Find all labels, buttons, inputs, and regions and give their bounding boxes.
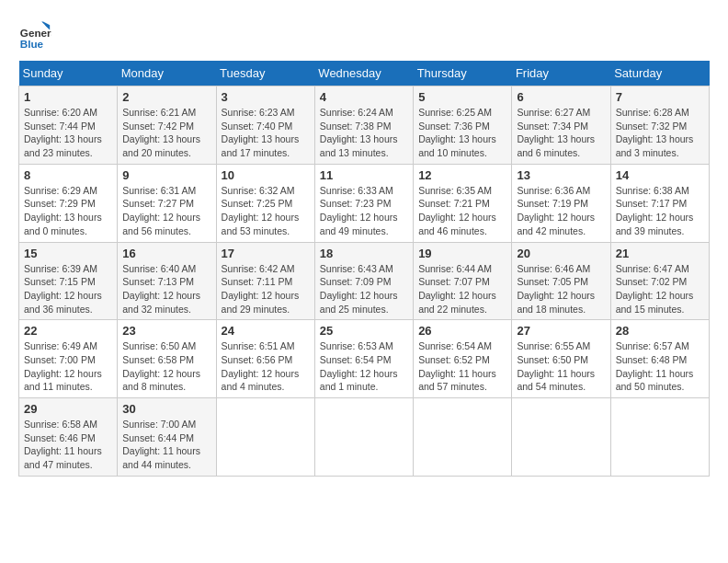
calendar-cell: 8 Sunrise: 6:29 AM Sunset: 7:29 PM Dayli… xyxy=(19,164,118,242)
calendar-cell: 22 Sunrise: 6:49 AM Sunset: 7:00 PM Dayl… xyxy=(19,320,118,398)
day-info: Sunrise: 6:33 AM Sunset: 7:23 PM Dayligh… xyxy=(320,184,408,238)
header-saturday: Saturday xyxy=(610,61,709,86)
calendar-cell: 18 Sunrise: 6:43 AM Sunset: 7:09 PM Dayl… xyxy=(314,242,413,320)
calendar-cell: 1 Sunrise: 6:20 AM Sunset: 7:44 PM Dayli… xyxy=(19,86,118,165)
day-info: Sunrise: 6:42 AM Sunset: 7:11 PM Dayligh… xyxy=(222,262,310,316)
calendar-cell xyxy=(314,398,413,477)
header-tuesday: Tuesday xyxy=(216,61,314,86)
header-monday: Monday xyxy=(118,61,216,86)
day-number: 17 xyxy=(222,247,310,260)
calendar-week-2: 8 Sunrise: 6:29 AM Sunset: 7:29 PM Dayli… xyxy=(19,164,710,242)
calendar-cell: 14 Sunrise: 6:38 AM Sunset: 7:17 PM Dayl… xyxy=(610,164,709,242)
day-number: 9 xyxy=(122,168,210,182)
day-info: Sunrise: 6:29 AM Sunset: 7:29 PM Dayligh… xyxy=(24,184,112,238)
calendar-cell: 9 Sunrise: 6:31 AM Sunset: 7:27 PM Dayli… xyxy=(118,164,216,242)
day-number: 24 xyxy=(222,324,310,338)
calendar-header-row: SundayMondayTuesdayWednesdayThursdayFrid… xyxy=(19,61,710,86)
day-info: Sunrise: 6:47 AM Sunset: 7:02 PM Dayligh… xyxy=(616,262,704,316)
calendar-week-1: 1 Sunrise: 6:20 AM Sunset: 7:44 PM Dayli… xyxy=(19,86,710,165)
calendar-cell: 19 Sunrise: 6:44 AM Sunset: 7:07 PM Dayl… xyxy=(414,242,512,320)
day-number: 5 xyxy=(418,90,506,104)
calendar-cell: 6 Sunrise: 6:27 AM Sunset: 7:34 PM Dayli… xyxy=(512,86,610,165)
day-info: Sunrise: 6:51 AM Sunset: 6:56 PM Dayligh… xyxy=(222,339,310,394)
day-info: Sunrise: 6:55 AM Sunset: 6:50 PM Dayligh… xyxy=(517,339,605,394)
calendar-cell xyxy=(512,398,610,477)
day-number: 8 xyxy=(24,168,112,182)
day-info: Sunrise: 6:31 AM Sunset: 7:27 PM Dayligh… xyxy=(122,184,210,238)
calendar-cell: 5 Sunrise: 6:25 AM Sunset: 7:36 PM Dayli… xyxy=(414,86,512,165)
calendar-cell xyxy=(216,398,314,477)
day-info: Sunrise: 6:25 AM Sunset: 7:36 PM Dayligh… xyxy=(418,106,506,160)
day-number: 7 xyxy=(616,90,704,104)
day-info: Sunrise: 6:21 AM Sunset: 7:42 PM Dayligh… xyxy=(122,106,210,160)
calendar-cell: 29 Sunrise: 6:58 AM Sunset: 6:46 PM Dayl… xyxy=(19,398,118,477)
calendar-cell: 13 Sunrise: 6:36 AM Sunset: 7:19 PM Dayl… xyxy=(512,164,610,242)
day-info: Sunrise: 6:28 AM Sunset: 7:32 PM Dayligh… xyxy=(616,106,704,160)
day-info: Sunrise: 6:54 AM Sunset: 6:52 PM Dayligh… xyxy=(418,339,506,394)
day-number: 11 xyxy=(320,168,408,182)
calendar-cell: 12 Sunrise: 6:35 AM Sunset: 7:21 PM Dayl… xyxy=(414,164,512,242)
calendar-cell: 26 Sunrise: 6:54 AM Sunset: 6:52 PM Dayl… xyxy=(414,320,512,398)
day-info: Sunrise: 6:53 AM Sunset: 6:54 PM Dayligh… xyxy=(320,339,408,394)
day-number: 10 xyxy=(222,168,310,182)
day-info: Sunrise: 6:20 AM Sunset: 7:44 PM Dayligh… xyxy=(24,106,112,160)
calendar-cell: 11 Sunrise: 6:33 AM Sunset: 7:23 PM Dayl… xyxy=(314,164,413,242)
day-number: 29 xyxy=(24,402,112,416)
day-info: Sunrise: 6:50 AM Sunset: 6:58 PM Dayligh… xyxy=(122,339,210,394)
calendar-cell: 20 Sunrise: 6:46 AM Sunset: 7:05 PM Dayl… xyxy=(512,242,610,320)
day-number: 26 xyxy=(418,324,506,338)
header-wednesday: Wednesday xyxy=(314,61,413,86)
calendar-cell: 21 Sunrise: 6:47 AM Sunset: 7:02 PM Dayl… xyxy=(610,242,709,320)
calendar-cell: 24 Sunrise: 6:51 AM Sunset: 6:56 PM Dayl… xyxy=(216,320,314,398)
logo: General Blue xyxy=(18,18,59,52)
calendar-cell: 10 Sunrise: 6:32 AM Sunset: 7:25 PM Dayl… xyxy=(216,164,314,242)
day-number: 28 xyxy=(616,324,704,338)
calendar-cell: 30 Sunrise: 7:00 AM Sunset: 6:44 PM Dayl… xyxy=(118,398,216,477)
header-sunday: Sunday xyxy=(19,61,118,86)
calendar-cell: 3 Sunrise: 6:23 AM Sunset: 7:40 PM Dayli… xyxy=(216,86,314,165)
day-number: 12 xyxy=(418,168,506,182)
day-number: 18 xyxy=(320,247,408,260)
calendar-week-4: 22 Sunrise: 6:49 AM Sunset: 7:00 PM Dayl… xyxy=(19,320,710,398)
day-info: Sunrise: 7:00 AM Sunset: 6:44 PM Dayligh… xyxy=(122,418,210,472)
day-info: Sunrise: 6:27 AM Sunset: 7:34 PM Dayligh… xyxy=(517,106,605,160)
header-thursday: Thursday xyxy=(414,61,512,86)
day-number: 30 xyxy=(122,402,210,416)
day-number: 16 xyxy=(122,247,210,260)
calendar-cell: 25 Sunrise: 6:53 AM Sunset: 6:54 PM Dayl… xyxy=(314,320,413,398)
page-header: General Blue xyxy=(18,18,710,52)
calendar-cell: 17 Sunrise: 6:42 AM Sunset: 7:11 PM Dayl… xyxy=(216,242,314,320)
calendar-cell: 16 Sunrise: 6:40 AM Sunset: 7:13 PM Dayl… xyxy=(118,242,216,320)
day-info: Sunrise: 6:58 AM Sunset: 6:46 PM Dayligh… xyxy=(24,418,112,472)
day-number: 27 xyxy=(517,324,605,338)
day-info: Sunrise: 6:38 AM Sunset: 7:17 PM Dayligh… xyxy=(616,184,704,238)
day-info: Sunrise: 6:46 AM Sunset: 7:05 PM Dayligh… xyxy=(517,262,605,316)
day-number: 22 xyxy=(24,324,112,338)
day-info: Sunrise: 6:24 AM Sunset: 7:38 PM Dayligh… xyxy=(320,106,408,160)
day-number: 19 xyxy=(418,247,506,260)
calendar-cell: 28 Sunrise: 6:57 AM Sunset: 6:48 PM Dayl… xyxy=(610,320,709,398)
calendar-cell: 23 Sunrise: 6:50 AM Sunset: 6:58 PM Dayl… xyxy=(118,320,216,398)
day-number: 20 xyxy=(517,247,605,260)
day-info: Sunrise: 6:39 AM Sunset: 7:15 PM Dayligh… xyxy=(24,262,112,316)
day-info: Sunrise: 6:57 AM Sunset: 6:48 PM Dayligh… xyxy=(616,339,704,394)
day-number: 21 xyxy=(616,247,704,260)
logo-icon: General Blue xyxy=(18,18,51,52)
header-friday: Friday xyxy=(512,61,610,86)
calendar-table: SundayMondayTuesdayWednesdayThursdayFrid… xyxy=(18,61,710,477)
day-number: 1 xyxy=(24,90,112,104)
calendar-cell: 27 Sunrise: 6:55 AM Sunset: 6:50 PM Dayl… xyxy=(512,320,610,398)
calendar-cell xyxy=(610,398,709,477)
day-info: Sunrise: 6:49 AM Sunset: 7:00 PM Dayligh… xyxy=(24,339,112,394)
calendar-cell: 7 Sunrise: 6:28 AM Sunset: 7:32 PM Dayli… xyxy=(610,86,709,165)
calendar-cell: 15 Sunrise: 6:39 AM Sunset: 7:15 PM Dayl… xyxy=(19,242,118,320)
calendar-cell xyxy=(414,398,512,477)
day-number: 4 xyxy=(320,90,408,104)
day-number: 25 xyxy=(320,324,408,338)
calendar-week-5: 29 Sunrise: 6:58 AM Sunset: 6:46 PM Dayl… xyxy=(19,398,710,477)
calendar-cell: 2 Sunrise: 6:21 AM Sunset: 7:42 PM Dayli… xyxy=(118,86,216,165)
day-number: 13 xyxy=(517,168,605,182)
day-number: 3 xyxy=(222,90,310,104)
day-number: 14 xyxy=(616,168,704,182)
svg-text:Blue: Blue xyxy=(20,38,44,50)
